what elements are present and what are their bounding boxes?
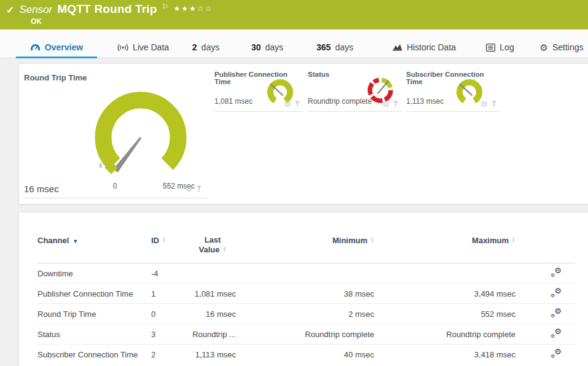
channel-name[interactable]: Downtime — [37, 263, 151, 284]
edit-channel-icon[interactable]: ⚙⚙ — [551, 349, 562, 359]
gauge-scale-min: 0 — [106, 182, 124, 190]
gauge-tile-status[interactable]: Status Roundtrip complete ⚙ — [308, 68, 401, 112]
pin-icon[interactable] — [294, 101, 300, 107]
pin-icon[interactable] — [196, 185, 202, 192]
tab-bar: Overview Live Data 2 days 30 days 365 da… — [0, 29, 588, 58]
tab-30-days[interactable]: 30 days — [245, 29, 290, 58]
column-header-maximum-label: Maximum — [472, 236, 509, 245]
channel-id: 2 — [151, 345, 189, 365]
tab-30-days-label: days — [265, 42, 284, 52]
gauge-tile-actions: ⚙ — [382, 100, 399, 108]
sort-toggle-icon: ▲▼ — [223, 246, 227, 252]
tab-live-data[interactable]: Live Data — [109, 29, 177, 58]
column-header-minimum-label: Minimum — [332, 236, 367, 245]
tab-2-days-label: days — [202, 42, 220, 52]
channel-last-value: 16 msec — [189, 304, 236, 324]
status-badge: OK — [31, 17, 42, 26]
channel-last-value: Roundtrip ... — [189, 324, 236, 345]
tab-overview[interactable]: Overview — [16, 29, 97, 58]
channel-name[interactable]: Publisher Connection Time — [37, 284, 151, 304]
gauge-settings-icon[interactable]: ⚙ — [480, 100, 488, 108]
tab-historic-data[interactable]: Historic Data — [384, 29, 464, 58]
sort-toggle-icon: ▲▼ — [162, 237, 166, 243]
gauge-current-value: 1,081 msec — [214, 97, 253, 106]
table-row-publisher-connection-time[interactable]: Publisher Connection Time 1 1,081 msec 3… — [37, 284, 575, 304]
channel-name[interactable]: Status — [37, 324, 151, 345]
gauge-settings-icon[interactable]: ⚙ — [186, 185, 193, 193]
gauge-tile-actions: ⚙ — [480, 100, 497, 108]
object-kind-label: Sensor — [19, 4, 52, 16]
column-header-id[interactable]: ID▲▼ — [151, 212, 189, 263]
table-row-status[interactable]: Status 3 Roundtrip ... Roundtrip complet… — [37, 324, 575, 345]
edit-channel-icon[interactable]: ⚙⚙ — [551, 268, 562, 278]
gauge-current-value: Roundtrip complete — [308, 97, 372, 106]
table-row-subscriber-connection-time[interactable]: Subscriber Connection Time 2 1,113 msec … — [37, 345, 575, 365]
channel-maximum: Roundtrip complete — [374, 324, 515, 345]
status-check-icon: ✓ — [6, 4, 14, 16]
channel-maximum: 552 msec — [374, 304, 515, 324]
pin-icon[interactable] — [393, 101, 399, 107]
gauge-current-value: 16 msec — [24, 184, 59, 194]
channel-id: -4 — [151, 263, 189, 284]
column-header-channel-label: Channel — [37, 236, 69, 245]
prtg-sensor-overview-page: ✓ Sensor MQTT Round Trip ⚐ ★★★☆☆ OK Over… — [0, 0, 588, 366]
column-header-channel[interactable]: Channel▼ — [37, 212, 151, 263]
tab-2-days[interactable]: 2 days — [186, 29, 225, 58]
gauge-settings-icon[interactable]: ⚙ — [382, 100, 390, 108]
gauge-title: Subscriber Connection Time — [406, 71, 500, 85]
column-header-last-value[interactable]: Last Value▲▼ — [189, 212, 236, 263]
priority-stars[interactable]: ★★★☆☆ — [173, 4, 213, 13]
tab-365-days-label: days — [335, 42, 353, 52]
subscriber-gauge — [455, 76, 484, 106]
channel-last-value: 1,113 msec — [189, 345, 236, 365]
sort-toggle-icon: ▲▼ — [370, 237, 374, 243]
column-header-edit — [515, 212, 575, 263]
channel-name[interactable]: Round Trip Time — [37, 304, 151, 324]
gauge-tile-round-trip-time[interactable]: Round Trip Time x̄ 0 552 msec 16 msec ⚙ — [23, 68, 207, 198]
table-row-downtime[interactable]: Downtime -4 ⚙⚙ — [37, 263, 575, 284]
tab-settings[interactable]: ⚙ Settings — [532, 29, 588, 58]
edit-channel-icon[interactable]: ⚙⚙ — [551, 308, 562, 318]
column-header-last-label-2: Value▲▼ — [189, 245, 236, 255]
tab-2-days-number: 2 — [192, 42, 197, 52]
tab-log[interactable]: Log — [480, 29, 520, 58]
channel-minimum: 2 msec — [236, 304, 374, 324]
table-row-round-trip-time[interactable]: Round Trip Time 0 16 msec 2 msec 552 mse… — [37, 304, 575, 324]
tab-log-label: Log — [500, 42, 514, 52]
gauge-settings-icon[interactable]: ⚙ — [284, 100, 291, 108]
sensor-header: ✓ Sensor MQTT Round Trip ⚐ ★★★☆☆ OK — [0, 0, 588, 29]
channel-minimum: Roundtrip complete — [236, 324, 374, 345]
broadcast-icon — [117, 44, 128, 52]
gauge-tile-actions: ⚙ — [284, 100, 300, 108]
area-chart-icon — [392, 43, 402, 52]
tab-live-data-label: Live Data — [133, 42, 169, 52]
gauge-tile-subscriber-connection-time[interactable]: Subscriber Connection Time 1,113 msec ⚙ — [406, 68, 500, 112]
channels-table-panel: Channel▼ ID▲▼ Last Value▲▼ Minimum▲▼ Max… — [18, 212, 588, 366]
pin-icon[interactable] — [491, 101, 497, 107]
gauge-tile-publisher-connection-time[interactable]: Publisher Connection Time 1,081 msec ⚙ — [214, 68, 303, 112]
channel-id: 0 — [151, 304, 189, 324]
edit-channel-icon[interactable]: ⚙⚙ — [551, 288, 562, 298]
log-list-icon — [486, 44, 495, 52]
channel-last-value — [189, 263, 236, 284]
channel-minimum: 38 msec — [236, 284, 374, 304]
column-header-minimum[interactable]: Minimum▲▼ — [236, 212, 374, 263]
channel-id: 3 — [151, 324, 189, 345]
sensor-title-row: ✓ Sensor MQTT Round Trip ⚐ ★★★☆☆ — [6, 2, 213, 16]
channel-id: 1 — [151, 284, 189, 304]
column-header-id-label: ID — [151, 236, 159, 245]
sort-desc-icon: ▼ — [73, 238, 78, 244]
gauge-icon — [30, 43, 41, 52]
tab-365-days[interactable]: 365 days — [309, 29, 361, 58]
tab-historic-data-label: Historic Data — [407, 42, 456, 52]
page-title: MQTT Round Trip — [57, 2, 157, 16]
gauge-title: Status — [308, 71, 329, 78]
tab-365-days-number: 365 — [316, 42, 331, 52]
edit-channel-icon[interactable]: ⚙⚙ — [551, 329, 562, 338]
channels-table: Channel▼ ID▲▼ Last Value▲▼ Minimum▲▼ Max… — [37, 212, 575, 365]
flag-icon[interactable]: ⚐ — [162, 2, 169, 11]
gauge-tile-actions: ⚙ — [186, 185, 202, 193]
channel-minimum — [236, 263, 374, 284]
column-header-maximum[interactable]: Maximum▲▼ — [374, 212, 515, 263]
channel-name[interactable]: Subscriber Connection Time — [37, 345, 151, 365]
